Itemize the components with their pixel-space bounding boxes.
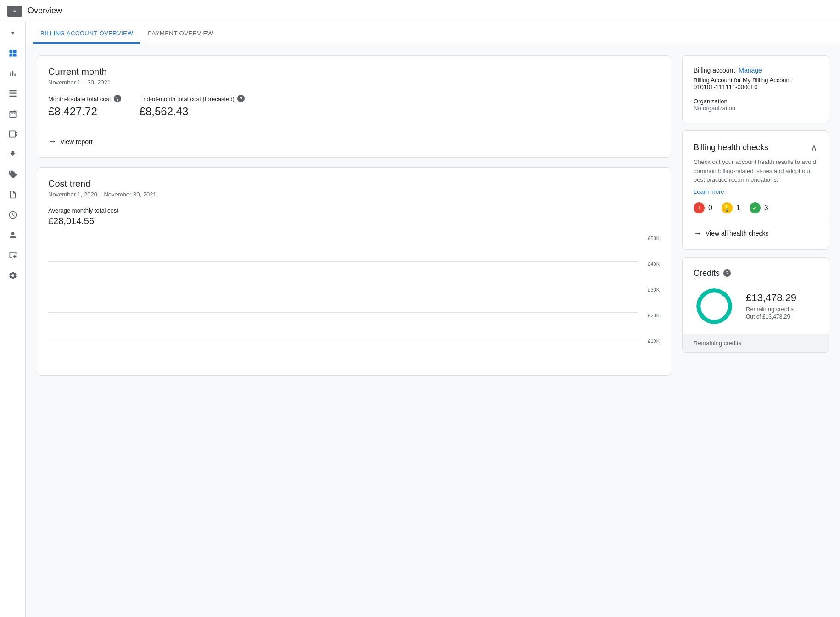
y-label-10k: £10K bbox=[648, 338, 660, 344]
credits-title: Credits bbox=[694, 269, 720, 278]
avg-cost-value: £28,014.56 bbox=[48, 216, 660, 226]
view-health-link[interactable]: → View all health checks bbox=[694, 229, 818, 238]
right-column: Billing account Manage Billing Account f… bbox=[682, 55, 829, 606]
sidebar-dropdown[interactable]: ▾ bbox=[4, 26, 22, 40]
tab-billing-overview[interactable]: BILLING ACCOUNT OVERVIEW bbox=[33, 30, 140, 44]
sidebar: ▾ bbox=[0, 22, 26, 617]
grid-line-10k bbox=[48, 338, 638, 338]
chevron-down-icon: ▾ bbox=[11, 30, 14, 36]
app-icon-symbol: ≡ bbox=[13, 8, 16, 13]
credits-footer-label: Remaining credits bbox=[694, 340, 741, 347]
health-counts: ! 0 💡 1 ✓ 3 bbox=[694, 202, 818, 213]
app-icon: ≡ bbox=[7, 6, 22, 17]
end-of-month-value: £8,562.43 bbox=[140, 105, 245, 118]
cost-trend-title: Cost trend bbox=[48, 179, 660, 189]
health-count-error: ! 0 bbox=[694, 202, 712, 213]
error-count: 0 bbox=[708, 204, 712, 212]
warning-count: 1 bbox=[736, 204, 740, 212]
view-health-label: View all health checks bbox=[706, 230, 768, 237]
success-count: 3 bbox=[764, 204, 768, 212]
left-column: Current month November 1 – 30, 2021 Mont… bbox=[37, 55, 671, 606]
grid-line-40k bbox=[48, 261, 638, 262]
view-report-link[interactable]: → View report bbox=[48, 137, 660, 146]
current-month-title: Current month bbox=[48, 67, 660, 77]
credits-footer: Remaining credits bbox=[683, 334, 829, 352]
billing-account-name: Billing Account for My Billing Account, bbox=[694, 77, 818, 84]
success-icon: ✓ bbox=[750, 202, 761, 213]
billing-account-card: Billing account Manage Billing Account f… bbox=[682, 55, 829, 123]
sidebar-item-schedule[interactable] bbox=[4, 206, 22, 224]
grid-line-30k bbox=[48, 287, 638, 287]
cost-trend-card: Cost trend November 1, 2020 – November 3… bbox=[37, 167, 671, 376]
scroll-content: Current month November 1 – 30, 2021 Mont… bbox=[26, 44, 840, 617]
y-label-40k: £40K bbox=[648, 261, 660, 267]
credits-body: £13,478.29 Remaining credits Out of £13,… bbox=[694, 286, 818, 327]
tab-payment-overview[interactable]: PAYMENT OVERVIEW bbox=[140, 30, 220, 44]
error-icon: ! bbox=[694, 202, 705, 213]
tabs-bar: BILLING ACCOUNT OVERVIEW PAYMENT OVERVIE… bbox=[26, 22, 840, 44]
credits-remaining-label: Remaining credits bbox=[746, 306, 796, 313]
learn-more-link[interactable]: Learn more bbox=[694, 188, 818, 195]
month-to-date-label: Month-to-date total cost ? bbox=[48, 95, 121, 102]
month-to-date-help-icon[interactable]: ? bbox=[114, 95, 121, 102]
sidebar-item-user[interactable] bbox=[4, 226, 22, 244]
y-label-50k: £50K bbox=[648, 236, 660, 241]
sidebar-item-settings[interactable] bbox=[4, 266, 22, 285]
credits-header: Credits ? bbox=[694, 269, 818, 278]
bar-chart-container: £50K £40K £30K £20K £10K bbox=[48, 236, 660, 364]
sidebar-item-reports[interactable] bbox=[4, 64, 22, 83]
grid-line-50k bbox=[48, 236, 638, 236]
credits-info: £13,478.29 Remaining credits Out of £13,… bbox=[746, 292, 796, 320]
health-divider bbox=[683, 221, 829, 221]
current-month-card: Current month November 1 – 30, 2021 Mont… bbox=[37, 55, 671, 158]
billing-account-id: 010101-111111-0000F0 bbox=[694, 84, 818, 90]
avg-cost-label: Average monthly total cost bbox=[48, 207, 660, 214]
end-of-month-metric: End-of-month total cost (forecasted) ? £… bbox=[140, 95, 245, 118]
health-checks-card: Billing health checks ∧ Check out your a… bbox=[682, 130, 829, 250]
arrow-right-icon: → bbox=[48, 137, 56, 146]
page-title: Overview bbox=[28, 6, 62, 16]
y-axis-labels: £50K £40K £30K £20K £10K bbox=[638, 236, 660, 364]
y-label-20k: £20K bbox=[648, 313, 660, 318]
grid-line-20k bbox=[48, 312, 638, 313]
sidebar-item-iam[interactable] bbox=[4, 246, 22, 264]
health-checks-header: Billing health checks ∧ bbox=[694, 142, 818, 153]
org-label: Organization bbox=[694, 98, 818, 105]
end-of-month-label: End-of-month total cost (forecasted) ? bbox=[140, 95, 245, 102]
cost-metrics: Month-to-date total cost ? £8,427.72 End… bbox=[48, 95, 660, 118]
cost-trend-date: November 1, 2020 – November 30, 2021 bbox=[48, 191, 660, 198]
org-value: No organization bbox=[694, 105, 818, 112]
billing-account-label: Billing account bbox=[694, 67, 735, 74]
svg-point-1 bbox=[699, 290, 730, 321]
sidebar-item-table[interactable] bbox=[4, 84, 22, 103]
warning-icon: 💡 bbox=[722, 202, 733, 213]
sidebar-item-tags[interactable] bbox=[4, 165, 22, 184]
chevron-up-icon[interactable]: ∧ bbox=[811, 142, 818, 153]
sidebar-item-export[interactable] bbox=[4, 145, 22, 163]
bar-chart: £50K £40K £30K £20K £10K bbox=[48, 236, 660, 364]
month-to-date-value: £8,427.72 bbox=[48, 105, 121, 118]
chart-grid-lines bbox=[48, 236, 638, 364]
credits-amount: £13,478.29 bbox=[746, 292, 796, 304]
credits-card: Credits ? £13,478.29 Remaining credits O… bbox=[682, 257, 829, 353]
view-health-arrow-icon: → bbox=[694, 229, 702, 238]
org-section: Organization No organization bbox=[694, 98, 818, 112]
credits-help-icon[interactable]: ? bbox=[723, 269, 731, 277]
y-label-30k: £30K bbox=[648, 287, 660, 292]
sidebar-item-overview[interactable] bbox=[4, 44, 22, 62]
health-count-warning: 💡 1 bbox=[722, 202, 740, 213]
manage-link[interactable]: Manage bbox=[739, 67, 762, 74]
sidebar-item-budget[interactable] bbox=[4, 105, 22, 123]
grid-line-0 bbox=[48, 364, 638, 364]
sidebar-item-invoices[interactable] bbox=[4, 185, 22, 204]
sidebar-item-commitments[interactable] bbox=[4, 125, 22, 143]
main-layout: ▾ bbox=[0, 22, 840, 617]
current-month-divider bbox=[37, 129, 671, 129]
end-of-month-help-icon[interactable]: ? bbox=[237, 95, 245, 102]
content-area: BILLING ACCOUNT OVERVIEW PAYMENT OVERVIE… bbox=[26, 22, 840, 617]
current-month-date: November 1 – 30, 2021 bbox=[48, 79, 660, 86]
credits-out-of: Out of £13,478.29 bbox=[746, 314, 796, 320]
donut-chart bbox=[694, 286, 735, 327]
month-to-date-metric: Month-to-date total cost ? £8,427.72 bbox=[48, 95, 121, 118]
health-count-success: ✓ 3 bbox=[750, 202, 768, 213]
